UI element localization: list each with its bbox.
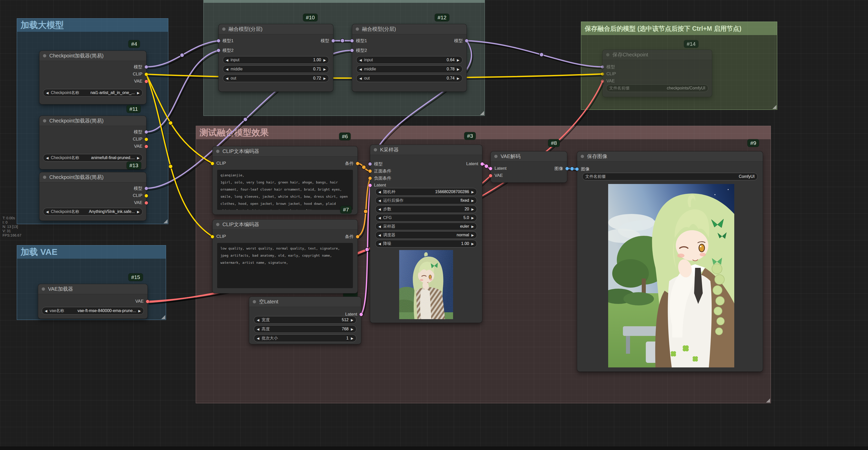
seed-widget[interactable]: ◀随机种156680208700286▶ bbox=[375, 188, 477, 196]
arrow-right-icon[interactable]: ▶ bbox=[471, 199, 474, 202]
node-graph-canvas[interactable]: 加载大模型 保存融合后的模型 (选中该节点后按下 Ctrl+M 启用节点) 测试… bbox=[0, 0, 868, 450]
input-model1[interactable]: 模型1 bbox=[350, 38, 367, 43]
arrow-left-icon[interactable]: ◀ bbox=[46, 210, 49, 214]
node-clip-encode-positive[interactable]: CLIP文本编码器 CLIP 条件 qianqianjie, 1girl, so… bbox=[213, 147, 358, 215]
model-port-icon[interactable] bbox=[217, 49, 220, 52]
widget-value[interactable]: 0.64 bbox=[447, 58, 455, 62]
model-port-icon[interactable] bbox=[217, 39, 220, 42]
arrow-left-icon[interactable]: ◀ bbox=[378, 233, 381, 237]
batch-size-widget[interactable]: ◀批次大小1▶ bbox=[254, 334, 356, 342]
widget-value[interactable]: 0.74 bbox=[447, 76, 455, 81]
clip-port-icon[interactable] bbox=[145, 73, 148, 76]
checkpoint-name-widget[interactable]: ◀Checkpoint名称animefull-final-pruned....▶ bbox=[43, 154, 143, 162]
checkpoint-name-widget[interactable]: ◀Checkpoint名称nai1-artist_all_in_one_...▶ bbox=[43, 89, 143, 97]
widget-value[interactable]: 512 bbox=[342, 318, 348, 322]
arrow-left-icon[interactable]: ◀ bbox=[257, 327, 259, 331]
latent-port-icon[interactable] bbox=[480, 162, 484, 166]
node-title-bar[interactable]: VAE解码 bbox=[491, 152, 567, 162]
input-vae[interactable]: VAE bbox=[601, 78, 615, 84]
arrow-right-icon[interactable]: ▶ bbox=[351, 318, 353, 322]
collapse-dot-icon[interactable] bbox=[216, 223, 219, 226]
arrow-right-icon[interactable]: ▶ bbox=[137, 210, 140, 214]
widget-value[interactable]: 5.0 bbox=[464, 216, 469, 220]
clip-port-icon[interactable] bbox=[211, 235, 214, 238]
group-test-header[interactable]: 测试融合模型效果 bbox=[196, 126, 771, 139]
sampler-widget[interactable]: ◀采样器euler▶ bbox=[375, 223, 477, 230]
output-model[interactable]: 模型 bbox=[134, 129, 148, 135]
output-vae[interactable]: VAE bbox=[134, 200, 148, 205]
image-port-icon[interactable] bbox=[565, 167, 569, 170]
widget-value[interactable]: checkpoints/ComfyUI bbox=[667, 86, 705, 91]
input-clip[interactable]: CLIP bbox=[211, 234, 226, 239]
arrow-right-icon[interactable]: ▶ bbox=[457, 76, 459, 80]
collapse-dot-icon[interactable] bbox=[356, 27, 359, 31]
input-model1[interactable]: 模型1 bbox=[217, 38, 234, 43]
input-positive[interactable]: 正面条件 bbox=[368, 168, 391, 174]
model-port-icon[interactable] bbox=[601, 65, 604, 69]
arrow-right-icon[interactable]: ▶ bbox=[323, 76, 326, 80]
out-ratio-widget[interactable]: ◀out0.74▶ bbox=[356, 74, 463, 82]
arrow-left-icon[interactable]: ◀ bbox=[226, 67, 228, 71]
node-model-merge-2[interactable]: 融合模型(分层) 模型1 模型2 模型 ◀input0.64▶ ◀middle0… bbox=[352, 24, 467, 92]
collapse-dot-icon[interactable] bbox=[43, 119, 46, 123]
arrow-right-icon[interactable]: ▶ bbox=[471, 233, 474, 237]
arrow-left-icon[interactable]: ◀ bbox=[46, 156, 49, 160]
output-clip[interactable]: CLIP bbox=[133, 71, 148, 77]
arrow-left-icon[interactable]: ◀ bbox=[257, 318, 259, 322]
vae-port-icon[interactable] bbox=[145, 80, 148, 83]
cfg-widget[interactable]: ◀CFG5.0▶ bbox=[375, 214, 477, 222]
width-widget[interactable]: ◀宽度512▶ bbox=[254, 316, 356, 324]
node-checkpoint-loader-2[interactable]: Checkpoint加载器(简易) 模型 CLIP VAE ◀Checkpoin… bbox=[39, 116, 146, 169]
out-ratio-widget[interactable]: ◀out0.72▶ bbox=[223, 74, 329, 82]
arrow-right-icon[interactable]: ▶ bbox=[471, 207, 474, 211]
arrow-right-icon[interactable]: ▶ bbox=[471, 190, 474, 194]
model-port-icon[interactable] bbox=[368, 162, 372, 166]
node-title-bar[interactable]: 保存Checkpoint bbox=[602, 50, 712, 60]
input-model2[interactable]: 模型2 bbox=[217, 47, 234, 53]
arrow-left-icon[interactable]: ◀ bbox=[359, 67, 362, 71]
node-clip-encode-negative[interactable]: CLIP文本编码器 CLIP 条件 low quality, worst qua… bbox=[213, 220, 358, 293]
filename-prefix-widget[interactable]: 文件名前缀checkpoints/ComfyUI bbox=[606, 84, 708, 92]
group-merge-header[interactable] bbox=[204, 0, 485, 3]
clip-port-icon[interactable] bbox=[145, 194, 148, 197]
node-empty-latent[interactable]: 空Latent Latent ◀宽度512▶ ◀高度768▶ ◀批次大小1▶ bbox=[249, 297, 361, 344]
output-clip[interactable]: CLIP bbox=[133, 136, 148, 142]
widget-value[interactable]: fixed bbox=[460, 198, 469, 203]
node-checkpoint-loader-3[interactable]: Checkpoint加载器(简易) 模型 CLIP VAE ◀Checkpoin… bbox=[39, 172, 146, 221]
node-title-bar[interactable]: K采样器 bbox=[370, 145, 482, 155]
output-conditioning[interactable]: 条件 bbox=[345, 234, 359, 239]
input-ratio-widget[interactable]: ◀input0.64▶ bbox=[356, 56, 463, 64]
clip-port-icon[interactable] bbox=[601, 72, 604, 76]
arrow-left-icon[interactable]: ◀ bbox=[45, 309, 47, 313]
arrow-left-icon[interactable]: ◀ bbox=[257, 336, 259, 340]
widget-value[interactable]: ComfyUI bbox=[739, 174, 754, 179]
node-save-checkpoint[interactable]: 保存Checkpoint 模型 CLIP VAE 文件名前缀checkpoint… bbox=[602, 50, 712, 97]
node-title-bar[interactable]: 融合模型(分层) bbox=[352, 24, 467, 34]
group-resize-handle[interactable] bbox=[772, 105, 776, 109]
image-port-icon[interactable] bbox=[576, 167, 579, 171]
vae-port-icon[interactable] bbox=[601, 79, 604, 83]
arrow-right-icon[interactable]: ▶ bbox=[323, 58, 326, 62]
arrow-left-icon[interactable]: ◀ bbox=[226, 58, 228, 62]
node-save-image[interactable]: 保存图像 图像 文件名前缀ComfyUI bbox=[577, 152, 763, 372]
input-ratio-widget[interactable]: ◀input1.00▶ bbox=[223, 56, 329, 64]
collapse-dot-icon[interactable] bbox=[606, 53, 610, 56]
arrow-right-icon[interactable]: ▶ bbox=[137, 156, 140, 160]
widget-value[interactable]: 1 bbox=[346, 336, 348, 341]
node-ksampler[interactable]: K采样器 模型 正面条件 负面条件 Latent Latent ◀随机种1566… bbox=[370, 145, 482, 323]
widget-value[interactable]: 0.78 bbox=[447, 67, 455, 71]
node-title-bar[interactable]: CLIP文本编码器 bbox=[213, 147, 358, 157]
widget-value[interactable]: vae-ft-mse-840000-ema-prune... bbox=[78, 309, 136, 313]
output-vae[interactable]: VAE bbox=[134, 78, 148, 84]
node-title-bar[interactable]: 空Latent bbox=[249, 297, 361, 307]
group-resize-handle[interactable] bbox=[766, 398, 770, 403]
middle-ratio-widget[interactable]: ◀middle0.71▶ bbox=[223, 65, 329, 73]
input-latent[interactable]: Latent bbox=[489, 166, 506, 171]
latent-port-icon[interactable] bbox=[360, 313, 363, 316]
input-latent[interactable]: Latent bbox=[368, 183, 386, 188]
vae-port-icon[interactable] bbox=[145, 201, 148, 204]
collapse-dot-icon[interactable] bbox=[216, 150, 219, 153]
arrow-right-icon[interactable]: ▶ bbox=[457, 58, 459, 62]
arrow-right-icon[interactable]: ▶ bbox=[471, 242, 474, 246]
height-widget[interactable]: ◀高度768▶ bbox=[254, 325, 356, 333]
